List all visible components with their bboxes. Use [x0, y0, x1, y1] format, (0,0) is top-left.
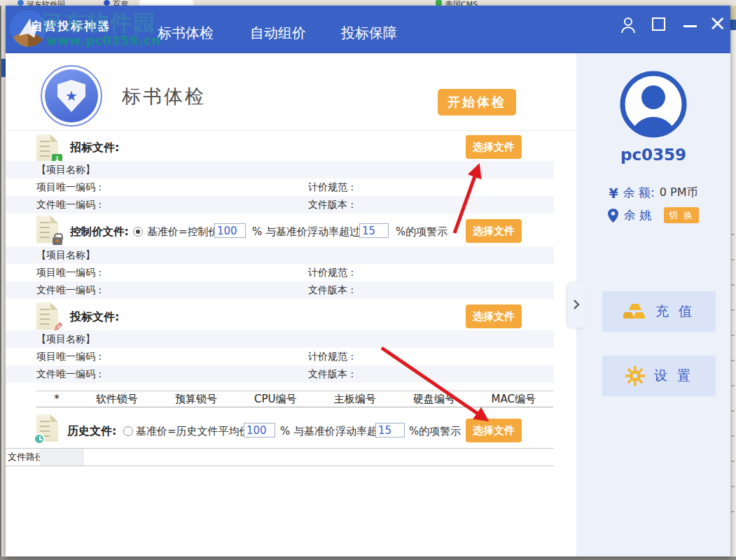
background-page-left-edge	[0, 6, 6, 560]
recharge-label: 充 值	[655, 302, 695, 321]
file-version-label: 文件版本 :	[308, 284, 354, 297]
file-version-label: 文件版本 :	[308, 199, 354, 211]
tender-file-section: ↓ 招标文件: 选择文件	[6, 132, 576, 162]
history-float-rate-input[interactable]	[375, 423, 405, 438]
col-mainboard-id: 主板编号	[315, 393, 394, 406]
project-name-label: 【项目名称】	[36, 249, 95, 262]
nav-tab-auto-pricing[interactable]: 自动组价	[239, 24, 317, 43]
bookmark-item[interactable]: 百度	[113, 0, 128, 6]
titlebar: 自营投标神器 标书体检 自动组价 投标保障 ×	[6, 6, 730, 53]
switch-location-button[interactable]: 切 换	[664, 207, 699, 223]
balance-label: 余 额:	[623, 185, 655, 201]
tender-choose-file-button[interactable]: 选择文件	[466, 135, 522, 159]
background-fragment	[730, 20, 736, 30]
background-browser-bar: 河东软件园 百度 帝国CMS	[0, 0, 736, 6]
maximize-button[interactable]	[652, 18, 665, 31]
clock-icon	[34, 433, 45, 444]
background-browser-tab[interactable]	[139, 0, 193, 6]
pricing-standard-label: 计价规范 :	[308, 351, 354, 363]
user-account-icon[interactable]	[620, 16, 637, 37]
control-choose-file-button[interactable]: 选择文件	[466, 219, 522, 243]
star-icon: ★	[65, 88, 78, 104]
app-logo-text: 自营投标神器	[31, 18, 111, 34]
background-page-right-edge	[730, 0, 736, 560]
control-price-section: 控制价文件: 基准价=控制价* % 与基准价浮动率超过 %的项警示 选择文件	[6, 214, 576, 246]
formula-prefix: 基准价=历史文件平均价*	[136, 425, 255, 438]
bookmark-favicon	[436, 0, 442, 6]
page-title: 标书体检	[122, 84, 206, 109]
project-code-label: 项目唯一编码 :	[36, 181, 102, 194]
bookmark-favicon	[104, 0, 110, 6]
bid-choose-file-button[interactable]: 选择文件	[466, 304, 522, 328]
tender-codes-row: 项目唯一编码 : 计价规范 :	[6, 178, 554, 196]
formula-suffix: %的项警示	[396, 225, 447, 239]
bid-project-name-row: 【项目名称】	[6, 330, 554, 348]
bid-file-label: 投标文件:	[70, 310, 119, 325]
chevron-right-icon	[573, 299, 580, 310]
tender-project-name-row: 【项目名称】	[6, 161, 554, 178]
history-base-rate-input[interactable]	[244, 423, 275, 438]
formula-mid: % 与基准价浮动率超过	[252, 225, 360, 239]
close-button[interactable]: ×	[709, 11, 726, 35]
control-codes-row: 项目唯一编码 : 计价规范 :	[6, 264, 554, 281]
map-pin-icon	[608, 209, 618, 223]
file-code-label: 文件唯一编码 :	[36, 284, 102, 297]
history-file-section: 历史文件: 基准价=历史文件平均价* % 与基准价浮动率超过 %的项警示 选择文…	[6, 412, 576, 445]
username: pc0359	[576, 146, 730, 164]
file-code-label: 文件唯一编码 :	[36, 199, 102, 211]
project-code-label: 项目唯一编码 :	[36, 267, 102, 279]
formula-suffix: %的项警示	[409, 425, 461, 438]
divider	[6, 130, 576, 131]
formula-prefix: 基准价=控制价*	[147, 225, 224, 239]
col-asterisk: *	[36, 393, 77, 405]
history-document-icon	[36, 414, 58, 442]
bookmark-item[interactable]: 帝国CMS	[445, 0, 478, 6]
user-sidebar: pc0359 ¥ 余 额: 0 PM币 余 姚 切 换	[576, 53, 730, 556]
col-cpu-id: CPU编号	[236, 393, 315, 406]
bookmark-item[interactable]: 河东软件园	[27, 0, 65, 6]
location-text: 余 姚	[624, 207, 651, 223]
history-radio[interactable]	[123, 426, 133, 436]
recharge-button[interactable]: 充 值	[602, 291, 716, 332]
lock-icon	[53, 237, 62, 245]
history-file-label: 历史文件:	[67, 424, 116, 439]
nav-tab-bid-guarantee[interactable]: 投标保障	[331, 24, 408, 43]
control-base-rate-input[interactable]	[214, 223, 246, 238]
background-fragment	[730, 6, 736, 20]
file-path-row: 文件路径	[6, 448, 554, 466]
yen-icon: ¥	[609, 186, 618, 201]
settings-label: 设 置	[654, 367, 693, 385]
nav-tab-bid-check[interactable]: 标书体检	[147, 24, 224, 43]
project-name-label: 【项目名称】	[36, 333, 95, 346]
col-mac-id: MAC编号	[474, 393, 553, 406]
col-disk-id: 硬盘编号	[394, 393, 473, 406]
tender-document-icon: ↓	[36, 134, 58, 162]
col-budget-lock: 预算锁号	[156, 393, 235, 406]
balance-value: 0 PM币	[660, 186, 698, 200]
file-path-cell	[40, 449, 83, 465]
sidebar-collapse-handle[interactable]	[568, 281, 585, 328]
bid-codes-row: 项目唯一编码 : 计价规范 :	[6, 348, 554, 365]
start-check-button[interactable]: 开始体检	[438, 89, 516, 115]
bid-document-icon: ✎	[36, 302, 58, 330]
control-price-document-icon	[36, 216, 58, 243]
settings-button[interactable]: 设 置	[602, 356, 716, 396]
file-path-label: 文件路径	[6, 451, 44, 463]
gear-icon	[625, 365, 646, 386]
project-name-label: 【项目名称】	[36, 164, 95, 176]
screen: 河东软件园 百度 帝国CMS 自营投标神器 标书体检 自动组价 投标保障	[0, 0, 736, 560]
minimize-button[interactable]	[683, 25, 697, 27]
background-text-fragment	[731, 210, 735, 518]
tender-file-code-row: 文件唯一编码 : 文件版本 :	[6, 196, 554, 214]
bid-file-code-row: 文件唯一编码 : 文件版本 :	[6, 365, 554, 383]
pricing-standard-label: 计价规范 :	[308, 267, 354, 279]
location-row: 余 姚 切 换	[576, 207, 730, 223]
formula-mid: % 与基准价浮动率超过	[280, 425, 388, 438]
control-price-label: 控制价文件:	[70, 225, 129, 239]
balance-row: ¥ 余 额: 0 PM币	[576, 185, 730, 201]
control-price-radio[interactable]	[133, 227, 143, 237]
history-choose-file-button[interactable]: 选择文件	[466, 419, 522, 442]
control-float-rate-input[interactable]	[359, 223, 389, 238]
avatar[interactable]	[620, 71, 687, 141]
tender-file-label: 招标文件:	[70, 141, 119, 155]
